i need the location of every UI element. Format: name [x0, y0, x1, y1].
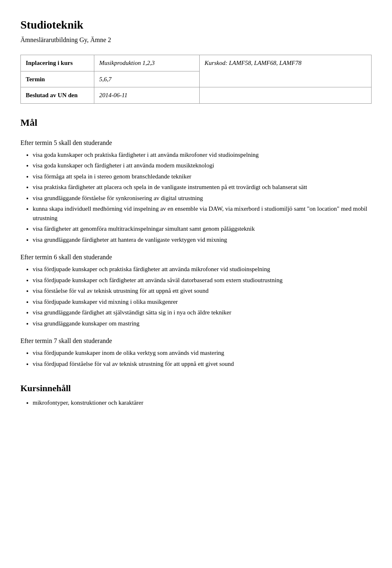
- list-item: visa fördjupad förståelse för val av tek…: [33, 359, 372, 369]
- list-item: visa grundläggande förståelse för synkro…: [33, 194, 372, 203]
- kurskod-value: LAMF58, LAMF68, LAMF78: [229, 60, 302, 66]
- list-item: visa fördjupande kunskaper inom de olika…: [33, 348, 372, 358]
- list-item: visa fördjupade kunskaper och färdighete…: [33, 276, 372, 285]
- kursinnehall-list: mikrofontyper, konstruktioner och karakt…: [33, 398, 372, 408]
- list-item: kunna skapa individuell medhörning vid i…: [33, 204, 372, 223]
- inplacering-label: Inplacering i kurs: [21, 55, 94, 71]
- termin7-header: Efter termin 7 skall den studerande: [20, 336, 372, 346]
- list-item: visa grundläggande kunskaper om mastring: [33, 319, 372, 328]
- list-item: visa grundläggande färdigheter att hante…: [33, 235, 372, 245]
- beslutad-label: Beslutad av UN den: [21, 87, 94, 104]
- list-item: visa goda kunskaper och färdigheter i at…: [33, 161, 372, 170]
- kursinnehall-heading: Kursinnehåll: [20, 381, 372, 395]
- termin5-list: visa goda kunskaper och praktiska färdig…: [33, 150, 372, 245]
- list-item: visa fördjupade kunskaper och praktiska …: [33, 265, 372, 274]
- list-item: visa förmåga att spela in i stereo genom…: [33, 172, 372, 181]
- termin7-list: visa fördjupande kunskaper inom de olika…: [33, 348, 372, 368]
- mal-heading: Mål: [20, 115, 372, 130]
- list-item: visa goda kunskaper och praktiska färdig…: [33, 150, 372, 160]
- subtitle: Ämneslärarutbildning Gy, Ämne 2: [20, 35, 372, 45]
- termin-value: 5,6,7: [94, 71, 200, 87]
- termin6-header: Efter termin 6 skall den studerande: [20, 252, 372, 262]
- list-item: visa praktiska färdigheter att placera o…: [33, 183, 372, 192]
- list-item: visa färdigheter att genomföra multitrac…: [33, 224, 372, 234]
- list-item: visa förståelse för val av teknisk utrus…: [33, 286, 372, 296]
- list-item: visa grundläggande färdighet att självst…: [33, 308, 372, 317]
- termin5-header: Efter termin 5 skall den studerande: [20, 138, 372, 148]
- kurskod-label: Kurskod:: [205, 60, 227, 66]
- list-item: visa fördjupade kunskaper vid mixning i …: [33, 297, 372, 307]
- inplacering-value: Musikproduktion 1,2,3: [94, 55, 200, 71]
- info-table: Inplacering i kurs Musikproduktion 1,2,3…: [20, 55, 372, 104]
- termin-label: Termin: [21, 71, 94, 87]
- empty-cell: [200, 87, 372, 104]
- kurskod-cell: Kurskod: LAMF58, LAMF68, LAMF78: [200, 55, 372, 87]
- list-item: mikrofontyper, konstruktioner och karakt…: [33, 398, 372, 408]
- termin6-list: visa fördjupade kunskaper och praktiska …: [33, 265, 372, 328]
- beslutad-value: 2014-06-11: [94, 87, 200, 104]
- page-title: Studioteknik: [20, 16, 372, 33]
